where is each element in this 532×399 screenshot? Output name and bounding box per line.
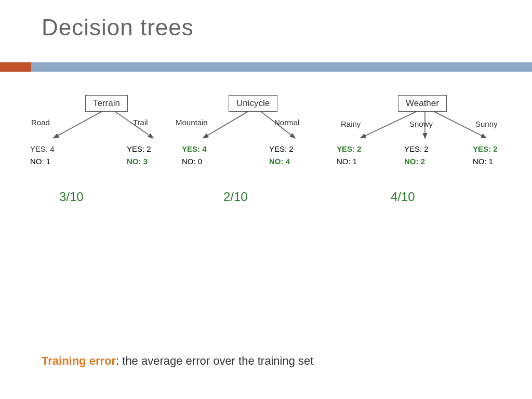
svg-line-2 <box>204 111 249 138</box>
tree3: Weather Rainy Snowy Sunny YES: 2 NO: 1 Y… <box>332 91 509 205</box>
tree3-branch-sunny: Sunny <box>475 119 498 128</box>
tree3-leaf-mid: YES: 2 NO: 2 <box>404 143 429 168</box>
tree1-root: Terrain <box>85 95 128 112</box>
tree3-leaf-left-yes: YES: 2 <box>337 144 362 153</box>
tree2-leaf-left-no: NO: 0 <box>182 157 202 166</box>
tree3-leaf-mid-no: NO: 2 <box>404 157 425 166</box>
tree1: Terrain Road Trail YES: 4 NO: 1 YES: 2 N… <box>23 91 168 205</box>
tree3-leaf-left-no: NO: 1 <box>337 157 357 166</box>
footer: Training error: the average error over t… <box>42 354 313 368</box>
tree2-fraction: 2/10 <box>223 190 248 204</box>
main-content: Terrain Road Trail YES: 4 NO: 1 YES: 2 N… <box>0 81 532 205</box>
tree1-leaf-left-no: NO: 1 <box>30 157 50 166</box>
tree3-leaf-right-yes: YES: 2 <box>473 144 498 153</box>
tree2-branch-mountain: Mountain <box>176 118 208 127</box>
tree3-root: Weather <box>398 95 447 112</box>
tree2-leaf-left: YES: 4 NO: 0 <box>182 143 207 168</box>
tree3-leaf-left: YES: 2 NO: 1 <box>337 143 362 168</box>
tree2: Unicycle Mountain Normal YES: 4 NO: 0 YE… <box>172 91 328 205</box>
tree3-leaf-right-no: NO: 1 <box>473 157 493 166</box>
svg-line-0 <box>54 111 103 138</box>
tree1-branch-trail: Trail <box>133 118 148 127</box>
tree2-root: Unicycle <box>229 95 277 112</box>
tree3-branch-rainy: Rainy <box>341 119 361 128</box>
blue-bar <box>31 62 532 72</box>
tree3-root-label: Weather <box>398 95 447 112</box>
tree1-leaf-right: YES: 2 NO: 3 <box>127 143 151 168</box>
tree1-leaf-right-no: NO: 3 <box>127 157 148 166</box>
trees-container: Terrain Road Trail YES: 4 NO: 1 YES: 2 N… <box>21 91 511 205</box>
tree2-root-label: Unicycle <box>229 95 277 112</box>
tree3-fraction: 4/10 <box>391 190 415 204</box>
footer-highlight: Training error <box>42 354 116 367</box>
tree1-branch-road: Road <box>31 118 50 127</box>
tree2-leaf-right: YES: 2 NO: 4 <box>269 143 294 168</box>
tree1-root-label: Terrain <box>85 95 128 112</box>
tree1-leaf-left: YES: 4 NO: 1 <box>30 143 55 168</box>
tree3-branch-snowy: Snowy <box>409 119 433 128</box>
tree2-branch-normal: Normal <box>274 118 299 127</box>
orange-accent <box>0 62 31 72</box>
tree3-leaf-right: YES: 2 NO: 1 <box>473 143 498 168</box>
tree1-leaf-left-yes: YES: 4 <box>30 144 55 153</box>
tree3-leaf-mid-yes: YES: 2 <box>404 144 429 153</box>
footer-rest: : the average error over the training se… <box>116 354 313 367</box>
tree2-leaf-left-yes: YES: 4 <box>182 144 207 153</box>
page-title: Decision trees <box>42 15 194 41</box>
tree2-leaf-right-no: NO: 4 <box>269 157 290 166</box>
tree1-fraction: 3/10 <box>59 190 84 204</box>
tree2-leaf-right-yes: YES: 2 <box>269 144 294 153</box>
tree1-leaf-right-yes: YES: 2 <box>127 144 151 153</box>
